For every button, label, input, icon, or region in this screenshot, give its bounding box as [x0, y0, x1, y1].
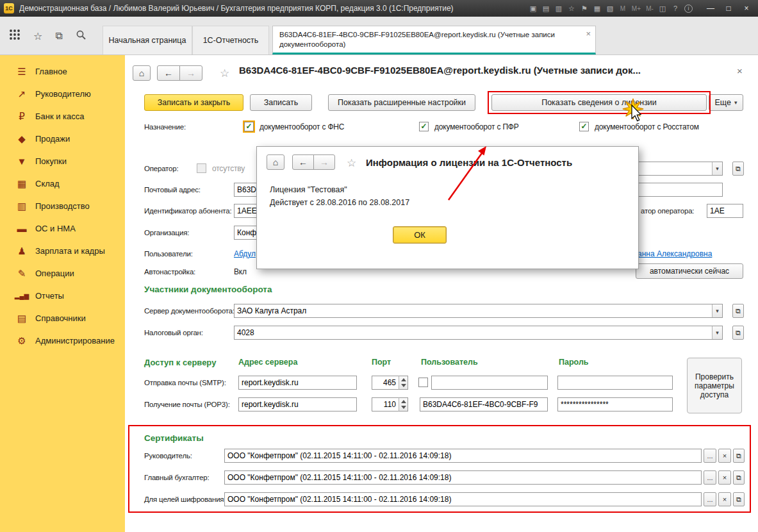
clear-button[interactable]: × [718, 449, 731, 463]
select-button[interactable]: ... [704, 470, 716, 485]
smtp-password-input[interactable] [557, 376, 673, 390]
pop3-password-input[interactable] [557, 397, 673, 411]
open-button[interactable]: ⧉ [733, 470, 745, 485]
favorite-star-icon[interactable]: ☆ [220, 67, 229, 80]
production-icon: ▥ [14, 201, 29, 212]
smtp-port-stepper[interactable] [399, 376, 408, 390]
sidebar-item-reports[interactable]: ▂▄▆ Отчеты [0, 285, 125, 307]
tab-account-record[interactable]: B63DA4C6-81EF-4BC0-9CBF-F91025EB80EA@rep… [272, 26, 596, 54]
window-titlebar: 1С Демонстрационная база / Любимов Валер… [0, 0, 758, 17]
tax-authority-label: Налоговый орган: [144, 326, 203, 340]
save-button[interactable]: Записать [250, 94, 312, 111]
sidebar-item-payroll-hr[interactable]: ♟ Зарплата и кадры [0, 240, 125, 262]
pop3-address-input[interactable] [238, 397, 357, 411]
history-icon[interactable]: ⧉ [55, 30, 62, 42]
certificate-accountant-input[interactable] [224, 470, 702, 485]
run-autoconfig-button[interactable]: автоматически сейчас [636, 263, 743, 279]
sidebar-item-directories[interactable]: ▤ Справочники [0, 307, 125, 329]
form-close-icon[interactable]: × [737, 65, 743, 76]
open-button[interactable]: ⧉ [732, 326, 744, 340]
license-info-dialog: ⌂ ← → ☆ Информация о лицензии на 1С-Отче… [256, 146, 639, 269]
calendar-icon[interactable]: ▦ [593, 4, 601, 13]
show-license-info-button[interactable]: Показать сведения о лицензии [491, 94, 707, 111]
tab-close-icon[interactable]: × [586, 29, 591, 38]
account-form: ⌂ ← → ☆ B63DA4C6-81EF-4BC0-9CBF-F91025EB… [125, 55, 758, 532]
certificate-director-label: Руководитель: [144, 449, 192, 463]
more-button[interactable]: Еще ▾ [709, 94, 743, 111]
dialog-forward-button[interactable]: → [313, 154, 335, 170]
calculator-icon[interactable]: ▧ [606, 4, 614, 13]
show-advanced-settings-button[interactable]: Показать расширенные настройки [328, 94, 475, 111]
open-button[interactable]: ⧉ [732, 162, 744, 176]
split-window-icon[interactable]: ◫ [659, 4, 666, 13]
dialog-favorite-star-icon[interactable]: ☆ [347, 156, 356, 170]
sidebar-item-bank-cash[interactable]: ₽ Банк и касса [0, 105, 125, 128]
users-label: Пользователи: [144, 247, 193, 261]
select-button[interactable]: ... [704, 449, 716, 463]
dialog-back-button[interactable]: ← [292, 154, 314, 170]
sidebar-item-manager[interactable]: ↗ Руководителю [0, 83, 125, 105]
sidebar-item-purchases[interactable]: ▼ Покупки [0, 150, 125, 172]
back-button[interactable]: ← [157, 65, 180, 81]
ok-button[interactable]: ОК [393, 226, 447, 244]
chevron-down-icon[interactable]: ▾ [712, 162, 722, 175]
smtp-user-input[interactable] [431, 376, 548, 390]
tab-1c-reporting[interactable]: 1С-Отчетность [192, 26, 269, 54]
smtp-address-input[interactable] [238, 376, 357, 390]
open-button[interactable]: ⧉ [733, 492, 745, 506]
select-button[interactable]: ... [704, 492, 716, 506]
edi-server-combo[interactable]: ЗАО Калуга Астрал ▾ [234, 304, 723, 318]
clear-button[interactable]: × [718, 470, 731, 485]
pop3-port-stepper[interactable] [399, 397, 408, 411]
chevron-down-icon[interactable]: ▾ [712, 304, 722, 317]
rosstat-checkbox[interactable]: ✓ [579, 122, 589, 131]
tax-authority-combo[interactable]: 4028 ▾ [234, 326, 723, 340]
sidebar-item-warehouse[interactable]: ▦ Склад [0, 172, 125, 195]
clear-button[interactable]: × [718, 492, 731, 506]
users-link-right[interactable]: анна Александровна [638, 247, 712, 261]
certificates-header: Сертификаты [144, 433, 204, 443]
info-icon[interactable]: i [684, 4, 693, 13]
tab-home[interactable]: Начальная страница [103, 26, 192, 54]
open-button[interactable]: ⧉ [733, 449, 745, 463]
operator-id-field[interactable] [707, 204, 743, 218]
certificate-director-input[interactable] [224, 449, 702, 463]
certificate-encryption-input[interactable] [224, 492, 702, 506]
search-icon[interactable] [76, 29, 87, 43]
server-access-header: Доступ к серверу [144, 358, 216, 367]
save-and-close-button[interactable]: Записать и закрыть [144, 94, 243, 111]
dialog-home-button[interactable]: ⌂ [267, 154, 284, 170]
open-button[interactable]: ⧉ [732, 304, 744, 318]
subscriber-id-label: Идентификатор абонента: [144, 204, 231, 218]
fns-checkbox[interactable]: ✓ [244, 122, 254, 131]
pfr-checkbox[interactable]: ✓ [419, 122, 429, 131]
floppy-icon[interactable]: ▣ [529, 4, 537, 13]
flag-icon[interactable]: ⚑ [581, 4, 588, 13]
sidebar-item-production[interactable]: ▥ Производство [0, 195, 125, 217]
email-label: Почтовый адрес: [144, 183, 201, 197]
sidebar-item-sales[interactable]: ◆ Продажи [0, 128, 125, 150]
check-access-button[interactable]: Проверить параметры доступа [687, 358, 742, 413]
operator-checkbox[interactable] [197, 163, 206, 173]
sidebar-item-fixed-assets[interactable]: ▬ ОС и НМА [0, 217, 125, 240]
home-button[interactable]: ⌂ [133, 65, 151, 81]
main-menu-icon[interactable] [9, 29, 21, 43]
autoconfig-label: Автонастройка: [144, 265, 195, 279]
help-icon[interactable]: ? [671, 4, 679, 12]
sidebar-item-operations[interactable]: ✎ Операции [0, 262, 125, 285]
close-window-button[interactable]: × [739, 4, 754, 13]
preview-icon[interactable]: ▥ [555, 4, 563, 13]
smtp-auth-checkbox[interactable] [418, 378, 428, 387]
chevron-down-icon[interactable]: ▾ [712, 326, 722, 339]
print-icon[interactable]: ▤ [542, 4, 550, 13]
minimize-button[interactable]: — [703, 4, 718, 13]
rosstat-checkbox-label: документооборот с Росстатом [595, 120, 699, 134]
star-icon[interactable]: ☆ [568, 4, 575, 13]
users-link[interactable]: Абдул [234, 247, 256, 261]
favorites-icon[interactable]: ☆ [33, 30, 42, 42]
sidebar-item-main[interactable]: ☰ Главное [0, 60, 125, 83]
pop3-user-input[interactable] [420, 397, 548, 411]
maximize-button[interactable]: □ [721, 4, 736, 13]
forward-button[interactable]: → [179, 65, 202, 81]
sidebar-item-administration[interactable]: ⚙ Администрирование [0, 329, 125, 352]
